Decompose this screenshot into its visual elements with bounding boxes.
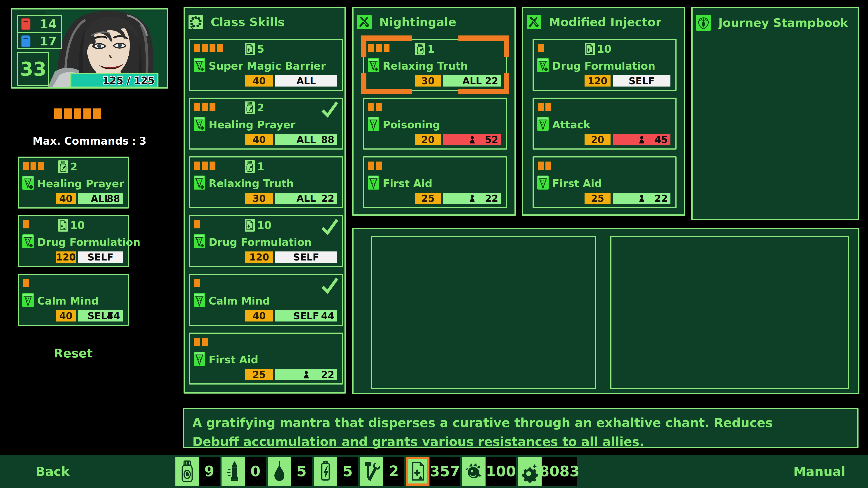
skill-cost-cell: 20 <box>415 134 441 145</box>
red-book-row: 14 <box>18 16 61 32</box>
skill-cost-pips <box>23 220 29 228</box>
skill-card-calm-mind[interactable]: Calm Mind40SELF44 <box>18 274 129 326</box>
skill-cost-cell: 120 <box>56 252 76 263</box>
skill-card-calm-mind[interactable]: Calm Mind40SELF44 <box>189 274 343 326</box>
inventory-item-sparkle-card[interactable]: 357 <box>406 457 460 486</box>
skill-cost-cell: 40 <box>245 75 273 87</box>
skill-target-label: ALL <box>296 193 316 204</box>
cost-pip <box>376 162 382 170</box>
uses-count: 2 <box>257 102 264 114</box>
gear-icon <box>521 460 539 483</box>
skill-power-value: 22 <box>485 75 498 87</box>
flask-icon <box>368 117 379 131</box>
back-button[interactable]: Back <box>35 464 70 479</box>
reset-button[interactable]: Reset <box>18 346 129 360</box>
skill-name: Drug Formulation <box>209 236 312 248</box>
cost-pip <box>194 162 200 170</box>
tools-icon <box>363 460 380 483</box>
skill-cost-cell: 120 <box>585 75 611 87</box>
inventory-item-gear[interactable]: 8083 <box>518 457 577 486</box>
level-box: 33 <box>17 52 49 86</box>
item-icon-cell <box>406 457 430 486</box>
command-points <box>54 108 101 119</box>
skill-card-first-aid[interactable]: First Aid2522 <box>532 156 677 208</box>
flask-icon <box>537 117 549 131</box>
selection-bracket-corner <box>361 73 412 94</box>
cost-pip <box>202 44 208 52</box>
inventory-item-creature[interactable]: 100 <box>462 457 516 486</box>
skill-target-cell: SELF44 <box>78 310 123 322</box>
skill-card-first-aid[interactable]: First Aid2522 <box>189 332 343 385</box>
skill-target-label: ALL <box>462 75 482 87</box>
item-icon-cell <box>314 457 337 486</box>
skill-target-cell: ALL22 <box>275 193 337 204</box>
skill-card-healing-prayer[interactable]: 2Healing Prayer40ALL88 <box>18 157 129 208</box>
item-count-cell: 2 <box>383 457 404 486</box>
inventory-item-medicine-bottle[interactable]: 9 <box>176 457 220 486</box>
flask-icon <box>368 175 379 190</box>
skill-cost-pips <box>538 103 551 111</box>
flask-icon <box>194 352 205 366</box>
inventory-item-tools[interactable]: 2 <box>360 457 404 486</box>
skill-power-value: 22 <box>321 369 334 380</box>
skill-card-healing-prayer[interactable]: 2Healing Prayer40ALL88 <box>189 98 343 150</box>
checkmark-icon <box>321 101 338 118</box>
stampbook-icon <box>696 15 711 31</box>
skill-cost-pips <box>194 220 200 228</box>
column-title: Class Skills <box>211 15 285 29</box>
skill-icon-wrap <box>194 234 205 250</box>
skill-card-first-aid[interactable]: First Aid2522 <box>363 156 507 208</box>
skill-card-attack[interactable]: Attack2045 <box>532 98 677 150</box>
bullet-icon <box>226 460 241 483</box>
skill-icon-wrap <box>537 58 549 73</box>
person-icon <box>639 195 645 202</box>
skill-target-cell: 22 <box>613 193 671 204</box>
skill-power-value: 44 <box>321 311 334 322</box>
skill-card-drug-formulation[interactable]: 10Drug Formulation120SELF <box>189 215 343 267</box>
skill-icon-wrap <box>368 175 379 191</box>
skill-cost-value: 40 <box>59 193 72 204</box>
item-count: 8083 <box>539 463 580 480</box>
inventory-item-battery[interactable]: 5 <box>314 457 358 486</box>
skill-card-drug-formulation[interactable]: 10Drug Formulation120SELF <box>18 215 129 267</box>
manual-button[interactable]: Manual <box>794 464 845 479</box>
skill-target-cell: SELF <box>78 252 123 263</box>
cost-pip <box>538 44 544 52</box>
skill-power-value: 45 <box>655 134 668 145</box>
column-header: Nightingale <box>357 15 456 29</box>
skill-name: Relaxing Truth <box>383 60 468 72</box>
skill-stats: 2052 <box>415 134 501 145</box>
cost-pip <box>210 44 215 52</box>
flask-plus-icon <box>194 234 205 249</box>
cost-pip <box>202 338 208 346</box>
skill-cost-cell: 30 <box>415 75 441 87</box>
battery-icon <box>318 460 333 483</box>
skill-card-relaxing-truth[interactable]: 1Relaxing Truth30ALL22 <box>363 39 507 91</box>
skill-cost-cell: 30 <box>245 193 273 204</box>
skill-name: First Aid <box>552 177 602 190</box>
skill-card-drug-formulation[interactable]: 10Drug Formulation120SELF <box>532 39 677 91</box>
flask-plus-icon <box>194 175 205 190</box>
cost-pip <box>376 103 382 111</box>
skill-card-relaxing-truth[interactable]: 1Relaxing Truth30ALL22 <box>189 156 343 208</box>
skill-target-cell: ALL <box>275 75 337 87</box>
skill-icon-wrap <box>194 58 205 73</box>
flask-plus-icon <box>194 117 205 131</box>
uses-count-group: 2 <box>245 101 264 114</box>
skill-cost-cell: 25 <box>415 193 441 204</box>
item-count: 357 <box>430 463 460 480</box>
inventory-item-bullet[interactable]: 0 <box>221 457 266 486</box>
skill-card-super-magic-barrier[interactable]: 5Super Magic Barrier40ALL <box>189 39 343 91</box>
skill-power-value: 88 <box>321 134 334 145</box>
red-book-count: 14 <box>40 17 57 31</box>
cost-pip <box>194 279 200 287</box>
skill-power-value: 88 <box>107 193 120 204</box>
inventory-item-flask-drop[interactable]: 5 <box>268 457 312 486</box>
skill-management-screen: 14 17 33 125 / 125 Max. Commands：3 2Heal… <box>0 0 868 488</box>
item-icon-cell <box>360 457 383 486</box>
skill-cost-value: 40 <box>252 75 266 87</box>
skill-card-poisoning[interactable]: Poisoning2052 <box>363 98 507 150</box>
skill-target-cell: 52 <box>443 134 501 145</box>
skill-cost-pips <box>368 162 382 170</box>
skill-cost-value: 40 <box>252 134 266 145</box>
